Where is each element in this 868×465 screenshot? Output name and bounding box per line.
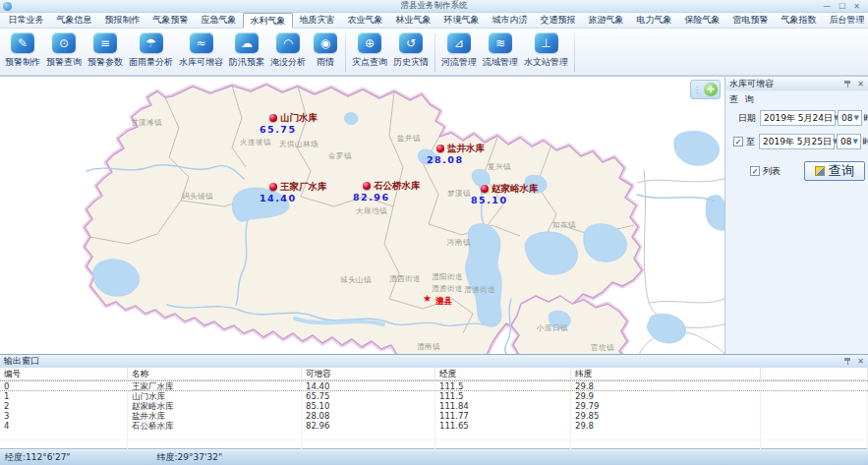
reservoir-dot-icon: [269, 114, 277, 122]
toolbar-button[interactable]: ⊕ 灾点查询: [349, 30, 390, 75]
town-label: 码头铺镇: [182, 192, 213, 202]
column-header[interactable]: 编号: [0, 368, 128, 380]
cell-longitude: 111.65: [435, 421, 571, 431]
menu-tab[interactable]: 环境气象: [437, 13, 486, 28]
close-panel-icon[interactable]: ✕: [857, 357, 864, 366]
menu-tab[interactable]: 水利气象: [243, 13, 293, 29]
cell-longitude: 111.84: [435, 401, 571, 411]
toolbar-button[interactable]: ↺ 历史灾情: [390, 30, 432, 75]
menu-tab[interactable]: 林业气象: [389, 13, 437, 28]
toolbar-button[interactable]: ☁ 防汛预案: [226, 30, 267, 75]
toolbar-button[interactable]: ⊙ 预警查询: [43, 30, 85, 75]
town-label: 甘溪滩镇: [131, 118, 162, 128]
output-title: 输出窗口: [4, 355, 843, 368]
maximize-button[interactable]: ☐: [839, 0, 845, 13]
menu-tab[interactable]: 气象信息: [50, 13, 98, 28]
zoom-in-button[interactable]: +: [704, 83, 718, 96]
pin-icon[interactable]: [843, 80, 852, 88]
toolbar-button[interactable]: ≈ 水库可增容: [176, 30, 226, 75]
minimize-button[interactable]: —: [823, 0, 831, 13]
table-row[interactable]: 2 赵家峪水库 85.10 111.84 29.79: [0, 401, 868, 411]
toolbar-icon: ⊿: [447, 32, 471, 53]
toolbar-button[interactable]: ⊥ 水文站管理: [521, 30, 571, 75]
county-star-icon: ★: [423, 294, 432, 304]
map-toolbar[interactable]: +: [690, 80, 721, 99]
table-row[interactable]: 4 石公桥水库 82.96 111.65 29.8: [0, 421, 868, 431]
hour-from-select[interactable]: 08 ▼: [838, 110, 862, 126]
column-header[interactable]: 纬度: [571, 368, 761, 380]
empty-table-row: [0, 431, 868, 440]
town-label: 梦溪镇: [447, 189, 471, 199]
toolbar-button[interactable]: ◠ 淹没分析: [267, 30, 309, 75]
map-canvas[interactable]: 甘溪滩镇火连坡镇天供山林场金罗镇盐井镇复兴镇码头铺镇梦溪镇大堰垱镇涔南镇如东镇城…: [0, 77, 724, 354]
toolbar-button-label: 流域管理: [483, 56, 518, 69]
cell-name: 石公桥水库: [128, 421, 302, 431]
town-label: 城头山镇: [340, 275, 372, 285]
menu-tab[interactable]: 旅游气象: [582, 13, 630, 28]
reservoir-dot-icon: [481, 185, 489, 193]
menu-tab[interactable]: 农业气象: [341, 13, 389, 28]
date-label: 日期: [738, 112, 756, 125]
empty-table-row: [0, 440, 868, 450]
menu-tab[interactable]: 预报制作: [98, 13, 146, 28]
window-title: 澧县业务制作系统: [0, 0, 868, 12]
toolbar-button-label: 预警参数: [87, 56, 123, 69]
toolbar-button[interactable]: ⊿ 河流管理: [438, 30, 480, 75]
column-header[interactable]: 经度: [435, 368, 571, 380]
to-date-checkbox[interactable]: [733, 137, 743, 146]
toolbar-button-label: 预警查询: [46, 56, 82, 69]
pin-icon[interactable]: [843, 357, 852, 366]
cell-latitude: 29.8: [571, 381, 761, 390]
cell-latitude: 29.79: [571, 401, 761, 411]
column-header[interactable]: 可增容: [302, 368, 435, 380]
town-label: 澧阳街道: [432, 272, 463, 282]
reservoir-capacity-value: 14.40: [260, 193, 297, 203]
table-row[interactable]: 0 王家厂水库 14.40 111.5 29.8: [0, 380, 868, 391]
menu-tab[interactable]: 后台管理: [823, 13, 868, 28]
toolbar-button[interactable]: ☂ 面雨量分析: [126, 30, 176, 75]
close-panel-icon[interactable]: ✕: [857, 80, 864, 88]
cell-latitude: 29.85: [571, 411, 761, 421]
town-label: 官垸镇: [591, 343, 614, 353]
toolbar-button[interactable]: ≡ 预警参数: [85, 30, 126, 75]
menu-tab[interactable]: 保险气象: [678, 13, 726, 28]
county-seat-label: 澧县: [435, 296, 452, 308]
town-label: 涔南镇: [447, 238, 471, 248]
menu-tab[interactable]: 日常业务: [2, 13, 50, 28]
date-from-select[interactable]: 2019年 5月24日 ▼: [760, 110, 836, 126]
close-button[interactable]: ✕: [853, 0, 860, 13]
toolbar-icon: ◠: [276, 32, 300, 53]
reservoir-query-panel: 水库可增容 ✕ 查 询 日期 2019年 5月24日 ▼ 08 ▼ 时 至 20…: [724, 77, 868, 354]
menu-bar: 日常业务气象信息预报制作气象预警应急气象水利气象地质灾害农业气象林业气象环境气象…: [0, 13, 868, 29]
date-to-select[interactable]: 2019年 5月25日 ▼: [759, 134, 835, 149]
toolbar-button[interactable]: ✎ 预警制作: [2, 30, 43, 75]
reservoir-capacity-value: 65.75: [260, 124, 297, 135]
menu-tab[interactable]: 地质灾害: [293, 13, 341, 28]
query-button[interactable]: 查询: [804, 161, 865, 181]
cell-longitude: 111.5: [435, 391, 571, 401]
column-header[interactable]: 名称: [128, 368, 302, 380]
toolbar-button-label: 历史灾情: [393, 56, 429, 69]
toolbar-button-label: 淹没分析: [270, 56, 306, 69]
menu-tab[interactable]: 应急气象: [195, 13, 243, 28]
town-label: 盐井镇: [397, 134, 421, 144]
menu-tab[interactable]: 雷电预警: [726, 13, 775, 28]
menu-tab[interactable]: 气象预警: [146, 13, 195, 28]
cell-id: 2: [0, 401, 128, 411]
cell-name: 山门水库: [128, 391, 302, 401]
table-row[interactable]: 3 盐井水库 28.08 111.77 29.85: [0, 411, 868, 421]
hour-to-select[interactable]: 08 ▼: [837, 134, 861, 149]
menu-tab[interactable]: 电力气象: [630, 13, 678, 28]
table-row[interactable]: 1 山门水库 65.75 111.5 29.9: [0, 391, 868, 401]
toolbar-button[interactable]: ≋ 流域管理: [480, 30, 521, 75]
toolbar-button[interactable]: ◉ 雨情: [309, 30, 342, 75]
list-checkbox[interactable]: [750, 166, 760, 176]
toolbar-icon: ⊕: [358, 32, 381, 53]
town-label: 如东镇: [552, 220, 576, 230]
menu-tab[interactable]: 城市内涝: [486, 13, 534, 28]
toolbar-button-label: 预警制作: [5, 56, 40, 69]
menu-tab[interactable]: 气象指数: [775, 13, 823, 28]
toolbar-divider: [434, 33, 435, 72]
menu-tab[interactable]: 交通预报: [534, 13, 582, 28]
toolbar-button-label: 水库可增容: [179, 56, 223, 69]
